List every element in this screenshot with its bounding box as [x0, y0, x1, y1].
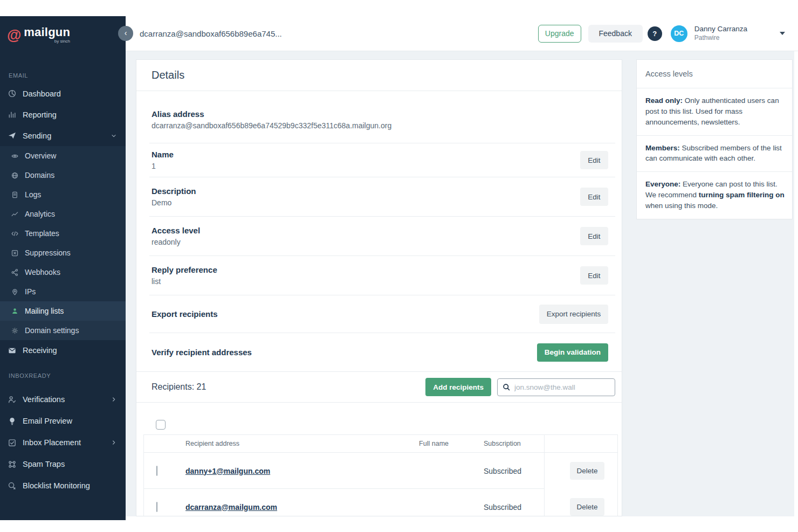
sidebar-item-domains[interactable]: Domains: [0, 165, 126, 185]
detail-row-export-recipients: Export recipients Export recipients: [149, 295, 615, 333]
user-org: Pathwire: [694, 34, 747, 42]
sidebar-item-label: Logs: [25, 190, 41, 199]
section-label-email: EMAIL: [9, 72, 126, 79]
document-icon: [11, 191, 19, 199]
sidebar-item-inbox-placement[interactable]: Inbox Placement: [0, 432, 126, 453]
edit-description-button[interactable]: Edit: [580, 188, 608, 206]
brand-byline: by sinch: [24, 39, 70, 44]
envelope-icon: [8, 346, 17, 355]
paper-plane-icon: [8, 131, 17, 140]
row-value: 1: [152, 162, 174, 170]
delete-recipient-button[interactable]: Delete: [570, 462, 604, 480]
recipient-search: [497, 378, 615, 396]
detail-row-description: Description Demo Edit: [149, 177, 615, 217]
sending-submenu: Overview Domains Logs Analytics Template…: [0, 146, 126, 340]
add-recipients-button[interactable]: Add recipients: [425, 378, 491, 396]
access-level-term: Read only:: [645, 96, 683, 105]
row-checkbox[interactable]: [156, 466, 157, 476]
details-card: Details Alias address dcarranza@sandboxa…: [136, 59, 622, 516]
user-menu-caret-icon[interactable]: [780, 32, 785, 35]
user-info: Danny Carranza Pathwire: [694, 25, 747, 42]
row-label: Name: [152, 150, 174, 159]
globe-icon: [11, 171, 19, 179]
access-level-text: when using this mode.: [645, 202, 718, 210]
sidebar-item-spam-traps[interactable]: Spam Traps: [0, 453, 126, 475]
sidebar-item-logs[interactable]: Logs: [0, 185, 126, 204]
column-header-full-name: Full name: [387, 440, 449, 447]
access-level-term: Everyone:: [645, 180, 680, 188]
top-bar: ‹ dcarranza@sandboxaf656b89e6a745... Upg…: [126, 16, 798, 51]
sidebar-item-label: Spam Traps: [23, 460, 65, 468]
column-header-recipient-address: Recipient address: [185, 440, 387, 447]
gear-icon: [11, 327, 19, 335]
sidebar-item-label: Verifications: [23, 395, 65, 404]
sidebar-item-overview[interactable]: Overview: [0, 146, 126, 165]
recipient-address-link[interactable]: dcarranza@mailgum.com: [185, 503, 277, 512]
sidebar-item-label: Suppressions: [25, 248, 71, 257]
header-controls: Upgrade Feedback ? DC Danny Carranza Pat…: [538, 16, 785, 51]
row-value: list: [152, 277, 217, 286]
sidebar-item-mailing-lists[interactable]: Mailing lists: [0, 301, 126, 321]
sidebar-item-blocklist-monitoring[interactable]: Blocklist Monitoring: [0, 475, 126, 496]
sidebar-item-ips[interactable]: IPs: [0, 282, 126, 301]
app-window: @ mailgun by sinch EMAIL Dashboard Repor…: [0, 0, 798, 532]
person-icon: [11, 307, 19, 315]
delete-recipient-button[interactable]: Delete: [570, 498, 604, 516]
detail-row-alias-address: Alias address dcarranza@sandboxaf656b89e…: [149, 91, 615, 143]
dashboard-icon: [8, 89, 17, 98]
detail-row-verify-recipients: Verify recipient addresses Begin validat…: [149, 333, 615, 371]
bar-chart-icon: [8, 110, 17, 119]
main-content: Details Alias address dcarranza@sandboxa…: [126, 51, 794, 516]
sidebar-item-email-preview[interactable]: Email Preview: [0, 410, 126, 432]
sidebar-item-sending[interactable]: Sending: [0, 125, 126, 146]
sidebar-item-webhooks[interactable]: Webhooks: [0, 262, 126, 282]
mailgun-logo[interactable]: @ mailgun by sinch: [0, 16, 126, 54]
mailgun-logo-icon: @: [7, 28, 21, 43]
code-icon: [11, 230, 19, 238]
help-icon[interactable]: ?: [648, 26, 662, 41]
user-name: Danny Carranza: [694, 25, 747, 34]
eye-icon: [11, 152, 19, 160]
sidebar-item-receiving[interactable]: Receiving: [0, 340, 126, 361]
begin-validation-button[interactable]: Begin validation: [537, 343, 608, 362]
sidebar-collapse-button[interactable]: ‹: [118, 26, 133, 41]
person-check-icon: [8, 395, 17, 404]
edit-reply-preference-button[interactable]: Edit: [580, 266, 608, 285]
select-all-checkbox[interactable]: [156, 420, 166, 430]
detail-row-reply-preference: Reply preference list Edit: [149, 256, 615, 295]
sidebar-item-suppressions[interactable]: Suppressions: [0, 243, 126, 262]
upgrade-button[interactable]: Upgrade: [538, 25, 581, 43]
mailing-list-address-title: dcarranza@sandboxaf656b89e6a745...: [140, 16, 282, 51]
sidebar-item-label: Overview: [25, 151, 56, 160]
sidebar-item-label: Mailing lists: [25, 307, 64, 315]
sidebar-item-label: Reporting: [23, 110, 57, 119]
recipient-search-input[interactable]: [514, 383, 610, 391]
edit-name-button[interactable]: Edit: [580, 151, 608, 169]
row-label: Access level: [152, 226, 200, 235]
feedback-button[interactable]: Feedback: [588, 25, 643, 43]
sidebar-item-templates[interactable]: Templates: [0, 224, 126, 243]
lightbulb-icon: [8, 417, 17, 426]
access-level-read-only: Read only: Only authenticated users can …: [637, 88, 792, 136]
sidebar-item-label: Templates: [25, 229, 59, 238]
sidebar-item-label: IPs: [25, 287, 36, 296]
sidebar-item-dashboard[interactable]: Dashboard: [0, 83, 126, 104]
sidebar-item-label: Domains: [25, 171, 54, 179]
sidebar-item-analytics[interactable]: Analytics: [0, 204, 126, 224]
access-levels-title: Access levels: [637, 60, 792, 88]
table-header-row: Recipient address Full name Subscription: [144, 435, 617, 453]
sidebar-item-verifications[interactable]: Verifications: [0, 389, 126, 410]
checkbox-check-icon: [8, 438, 17, 447]
sidebar-item-label: Analytics: [25, 210, 55, 218]
sidebar-item-domain-settings[interactable]: Domain settings: [0, 321, 126, 340]
export-recipients-button[interactable]: Export recipients: [539, 305, 608, 324]
subscription-status: Subscribed: [484, 503, 546, 512]
access-levels-card: Access levels Read only: Only authentica…: [636, 59, 793, 219]
row-label: Reply preference: [152, 265, 217, 274]
chevron-right-icon: [111, 439, 117, 446]
recipient-address-link[interactable]: danny+1@mailgun.com: [185, 467, 270, 475]
avatar[interactable]: DC: [671, 25, 687, 42]
sidebar-item-reporting[interactable]: Reporting: [0, 104, 126, 125]
row-checkbox[interactable]: [156, 502, 157, 512]
edit-access-level-button[interactable]: Edit: [580, 227, 608, 245]
